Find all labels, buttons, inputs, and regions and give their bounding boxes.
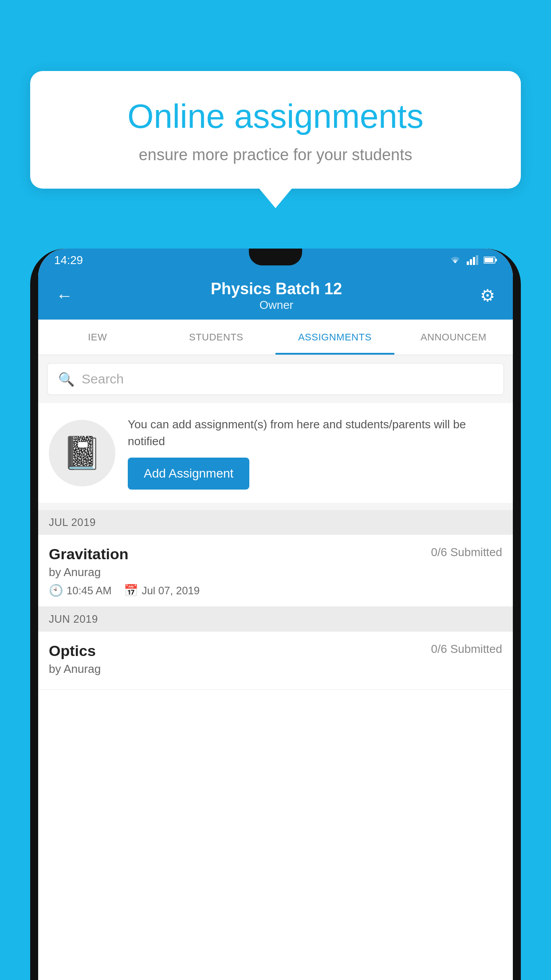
- assignment-name-optics: Optics: [49, 642, 96, 660]
- time-value: 10:45 AM: [67, 585, 111, 597]
- tabs-bar: IEW STUDENTS ASSIGNMENTS ANNOUNCEM: [38, 320, 513, 355]
- assignment-item-gravitation[interactable]: Gravitation 0/6 Submitted by Anurag 🕙 10…: [38, 535, 513, 607]
- assignment-item-optics[interactable]: Optics 0/6 Submitted by Anurag: [38, 632, 513, 690]
- assignment-icon-circle: 📓: [49, 420, 115, 486]
- content-area: 🔍 Search 📓 You can add assignment(s) fro…: [38, 355, 513, 690]
- assignment-submitted-optics: 0/6 Submitted: [431, 642, 502, 656]
- settings-button[interactable]: ⚙: [476, 281, 500, 310]
- back-button[interactable]: ←: [51, 282, 77, 310]
- phone-screen: 14:29: [38, 249, 513, 980]
- search-icon: 🔍: [58, 371, 75, 387]
- svg-rect-6: [484, 258, 493, 262]
- calendar-icon: 📅: [124, 584, 138, 597]
- assignment-name: Gravitation: [49, 545, 128, 563]
- assignment-info: You can add assignment(s) from here and …: [128, 416, 502, 490]
- notch: [249, 249, 302, 265]
- svg-rect-3: [476, 255, 478, 265]
- promo-subtitle: ensure more practice for your students: [52, 146, 499, 164]
- status-bar: 14:29: [38, 249, 513, 272]
- date-value: Jul 07, 2019: [142, 585, 200, 597]
- notebook-icon: 📓: [62, 434, 102, 472]
- status-icons: [449, 255, 497, 265]
- batch-role: Owner: [77, 298, 476, 312]
- assignment-by: by Anurag: [49, 565, 502, 579]
- add-assignment-block: 📓 You can add assignment(s) from here an…: [38, 403, 513, 503]
- status-time: 14:29: [54, 253, 83, 267]
- section-jul-2019: JUL 2019: [38, 510, 513, 535]
- add-assignment-button[interactable]: Add Assignment: [128, 458, 249, 490]
- svg-rect-5: [495, 259, 497, 261]
- tab-assignments[interactable]: ASSIGNMENTS: [276, 320, 394, 355]
- clock-icon: 🕙: [49, 584, 63, 597]
- batch-title: Physics Batch 12: [77, 280, 476, 298]
- battery-icon: [484, 256, 497, 264]
- tab-students[interactable]: STUDENTS: [157, 320, 276, 355]
- phone-frame: 14:29: [30, 249, 521, 980]
- promo-title: Online assignments: [52, 98, 499, 135]
- meta-date: 📅 Jul 07, 2019: [124, 584, 200, 597]
- header-title-block: Physics Batch 12 Owner: [77, 280, 476, 312]
- search-placeholder: Search: [82, 371, 124, 387]
- tab-announcements[interactable]: ANNOUNCEM: [394, 320, 513, 355]
- wifi-icon: [449, 255, 461, 265]
- search-bar[interactable]: 🔍 Search: [47, 363, 504, 395]
- promo-card: Online assignments ensure more practice …: [30, 71, 521, 189]
- assignment-info-text: You can add assignment(s) from here and …: [128, 416, 502, 450]
- svg-rect-1: [470, 259, 472, 265]
- tab-iew[interactable]: IEW: [38, 320, 157, 355]
- svg-rect-0: [467, 261, 469, 265]
- assignment-by-optics: by Anurag: [49, 662, 502, 676]
- svg-rect-2: [473, 257, 475, 265]
- app-header: ← Physics Batch 12 Owner ⚙: [38, 272, 513, 320]
- assignment-submitted: 0/6 Submitted: [431, 545, 502, 559]
- section-jun-2019: JUN 2019: [38, 607, 513, 632]
- meta-time: 🕙 10:45 AM: [49, 584, 111, 597]
- signal-icon: [467, 255, 478, 265]
- assignment-meta: 🕙 10:45 AM 📅 Jul 07, 2019: [49, 584, 502, 597]
